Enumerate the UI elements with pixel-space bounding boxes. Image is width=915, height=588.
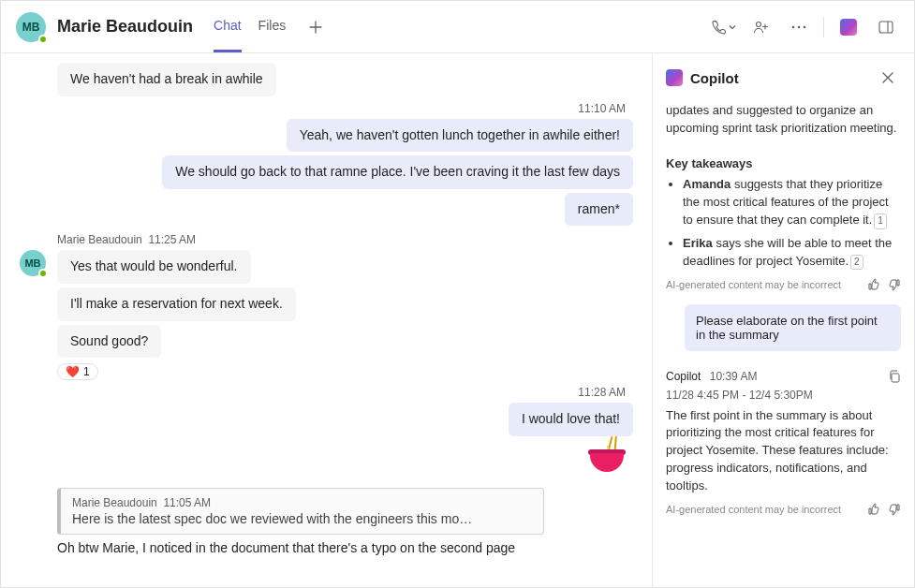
- message-bubble[interactable]: Yes that would be wonderful.: [57, 250, 251, 284]
- takeaway-name: Erika: [683, 236, 713, 250]
- quote-text: Here is the latest spec doc we reviewed …: [72, 511, 532, 526]
- svg-point-0: [757, 22, 761, 26]
- chevron-down-icon: [729, 23, 736, 31]
- quote-sender-row: Marie Beaudouin 11:05 AM: [72, 496, 532, 509]
- reference-badge[interactable]: 1: [874, 213, 887, 229]
- sender-avatar[interactable]: MB: [20, 250, 46, 276]
- copilot-header: Copilot: [653, 53, 914, 102]
- app-body: We haven't had a break in awhile 11:10 A…: [1, 53, 914, 587]
- plus-icon: [309, 21, 322, 34]
- copilot-panel: Copilot updates and suggested to organiz…: [652, 53, 914, 587]
- quoted-message[interactable]: Marie Beaudouin 11:05 AM Here is the lat…: [57, 488, 544, 535]
- people-add-button[interactable]: [748, 14, 775, 40]
- sender-time: 11:25 AM: [148, 233, 196, 246]
- message-bubble[interactable]: I'll make a reservation for next week.: [57, 287, 296, 321]
- reply-date-range: 11/28 4:45 PM - 12/4 5:30PM: [666, 389, 901, 402]
- key-takeaways-heading: Key takeaways: [666, 156, 753, 170]
- svg-point-3: [804, 25, 806, 28]
- avatar-initials: MB: [22, 21, 40, 34]
- heart-icon: ❤️: [66, 365, 80, 378]
- timestamp: 11:28 AM: [20, 386, 626, 399]
- sender-label: Marie Beaudouin 11:25 AM: [57, 233, 633, 246]
- thumbs-up-button[interactable]: [867, 503, 880, 516]
- message-in: MB Yes that would be wonderful.: [20, 250, 633, 284]
- timestamp: 11:10 AM: [20, 102, 626, 115]
- chat-messages[interactable]: We haven't had a break in awhile 11:10 A…: [1, 53, 652, 587]
- header-tabs: Chat Files: [214, 1, 329, 52]
- thumbs-up-button[interactable]: [867, 278, 880, 291]
- presence-available-icon: [38, 35, 48, 44]
- app-root: MB Marie Beaudouin Chat Files: [0, 0, 915, 588]
- takeaway-item: Amanda suggests that they prioritize the…: [683, 176, 901, 229]
- message-bubble[interactable]: I would love that!: [509, 403, 633, 436]
- copilot-icon: [666, 69, 683, 86]
- reply-body: The first point in the summary is about …: [666, 407, 901, 495]
- emoji-message[interactable]: [20, 440, 626, 480]
- panel-icon: [878, 21, 893, 34]
- presence-available-icon: [38, 269, 48, 278]
- call-button[interactable]: [711, 14, 737, 40]
- copilot-summary: updates and suggested to organize an upc…: [666, 102, 901, 271]
- message-out: We should go back to that ramne place. I…: [20, 155, 633, 189]
- reaction-heart[interactable]: ❤️ 1: [57, 363, 98, 380]
- message-out: ramen*: [20, 193, 633, 227]
- message-bubble[interactable]: We should go back to that ramne place. I…: [162, 155, 633, 189]
- thumbs-down-button[interactable]: [888, 278, 901, 291]
- avatar-initials: MB: [24, 257, 40, 269]
- copilot-body[interactable]: updates and suggested to organize an upc…: [653, 102, 914, 587]
- copy-button[interactable]: [888, 370, 901, 383]
- feedback-row: AI-generated content may be incorrect: [666, 278, 901, 291]
- ai-disclaimer: AI-generated content may be incorrect: [666, 504, 860, 515]
- takeaway-list: Amanda suggests that they prioritize the…: [666, 176, 901, 270]
- reply-time: 10:39 AM: [710, 370, 758, 383]
- message-text[interactable]: Oh btw Marie, I noticed in the document …: [57, 540, 515, 555]
- ai-disclaimer: AI-generated content may be incorrect: [666, 279, 860, 290]
- add-tab-button[interactable]: [303, 14, 329, 40]
- message-bubble[interactable]: Sound good?: [57, 325, 161, 359]
- summary-intro: updates and suggested to organize an upc…: [666, 102, 901, 138]
- message-out: I would love that!: [20, 403, 633, 436]
- contact-avatar[interactable]: MB: [16, 12, 46, 42]
- copilot-toggle-button[interactable]: [835, 14, 862, 40]
- header-divider: [823, 17, 824, 37]
- message-in: We haven't had a break in awhile: [20, 63, 633, 96]
- tab-chat[interactable]: Chat: [214, 1, 242, 52]
- reaction-count: 1: [83, 365, 90, 378]
- message-bubble[interactable]: We haven't had a break in awhile: [57, 63, 276, 96]
- message-reply: Oh btw Marie, I noticed in the document …: [57, 540, 633, 555]
- svg-point-1: [792, 25, 795, 28]
- reference-badge[interactable]: 2: [850, 255, 863, 271]
- copilot-title: Copilot: [690, 70, 739, 86]
- svg-point-2: [798, 25, 801, 28]
- user-prompt-bubble[interactable]: Please elaborate on the first point in t…: [685, 304, 901, 351]
- svg-rect-4: [879, 22, 893, 33]
- thumbs-up-icon: [867, 278, 880, 291]
- message-bubble[interactable]: ramen*: [565, 193, 633, 227]
- phone-icon: [712, 20, 727, 35]
- svg-rect-6: [892, 374, 899, 382]
- quote-sender: Marie Beaudouin: [72, 496, 157, 509]
- header-actions: [711, 14, 899, 40]
- open-panel-button[interactable]: [873, 14, 899, 40]
- thumbs-down-icon: [888, 503, 901, 516]
- copilot-close-button[interactable]: [875, 65, 901, 91]
- close-icon: [881, 71, 894, 84]
- copy-icon: [888, 370, 901, 383]
- message-in: Sound good?: [20, 325, 633, 359]
- people-add-icon: [753, 20, 770, 35]
- thumbs-up-icon: [867, 503, 880, 516]
- chat-header: MB Marie Beaudouin Chat Files: [1, 1, 914, 53]
- more-horizontal-icon: [791, 25, 806, 29]
- message-in: I'll make a reservation for next week.: [20, 287, 633, 321]
- more-options-button[interactable]: [786, 14, 812, 40]
- copilot-icon: [840, 19, 857, 36]
- feedback-row: AI-generated content may be incorrect: [666, 503, 901, 516]
- tab-files[interactable]: Files: [258, 1, 287, 52]
- message-out: Yeah, we haven't gotten lunch together i…: [20, 119, 633, 153]
- thumbs-down-button[interactable]: [888, 503, 901, 516]
- message-bubble[interactable]: Yeah, we haven't gotten lunch together i…: [287, 119, 633, 153]
- reply-sender: Copilot: [666, 370, 701, 383]
- thumbs-down-icon: [888, 278, 901, 291]
- takeaway-name: Amanda: [683, 177, 731, 191]
- ramen-bowl-icon: [588, 440, 626, 472]
